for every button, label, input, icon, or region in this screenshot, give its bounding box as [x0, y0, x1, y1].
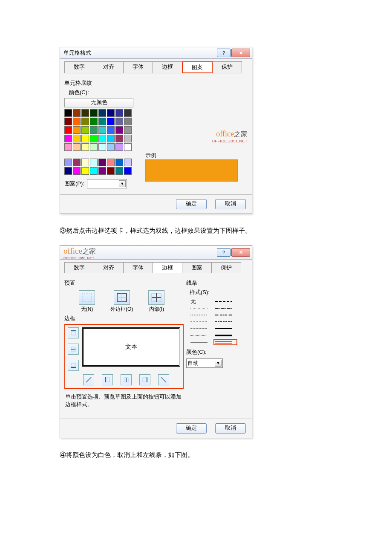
border-diag-up-button[interactable] [83, 374, 94, 385]
border-middle-v-button[interactable] [121, 374, 132, 385]
color-swatch[interactable] [107, 143, 115, 151]
close-button[interactable]: ✕ [231, 248, 250, 257]
color-swatch[interactable] [64, 118, 72, 125]
color-swatch[interactable] [73, 159, 81, 166]
color-swatch[interactable] [90, 159, 98, 166]
color-swatch[interactable] [81, 118, 89, 125]
color-swatch[interactable] [64, 159, 72, 166]
color-swatch[interactable] [81, 159, 89, 166]
color-swatch[interactable] [90, 135, 98, 142]
color-swatch[interactable] [73, 118, 81, 125]
color-swatch[interactable] [90, 126, 98, 134]
color-swatch[interactable] [73, 135, 81, 142]
color-swatch[interactable] [81, 167, 89, 175]
tab-border[interactable]: 边框 [153, 61, 182, 73]
color-swatch[interactable] [98, 109, 106, 117]
style-label: 样式(S): [190, 289, 248, 296]
border-bottom-button[interactable] [68, 360, 79, 371]
color-swatch[interactable] [73, 167, 81, 175]
color-swatch[interactable] [124, 143, 132, 151]
color-swatch[interactable] [115, 143, 123, 151]
tab-pattern[interactable]: 图案 [182, 61, 213, 73]
color-swatch[interactable] [98, 135, 106, 142]
color-swatch[interactable] [107, 118, 115, 125]
color-swatch[interactable] [98, 118, 106, 125]
color-palette-main[interactable] [64, 109, 141, 151]
color-swatch[interactable] [107, 126, 115, 134]
color-swatch[interactable] [64, 135, 72, 142]
border-color-select[interactable]: 自动 ▼ [186, 358, 223, 368]
color-swatch[interactable] [107, 135, 115, 142]
color-swatch[interactable] [124, 109, 132, 117]
close-button[interactable]: ✕ [231, 49, 250, 57]
color-swatch[interactable] [98, 167, 106, 175]
color-swatch[interactable] [90, 118, 98, 125]
tab-alignment[interactable]: 对齐 [94, 61, 124, 73]
help-button[interactable]: ? [217, 49, 231, 57]
color-swatch[interactable] [115, 135, 123, 142]
line-style-double-selected[interactable] [213, 339, 237, 345]
no-color-button[interactable]: 无颜色 [64, 98, 133, 107]
color-swatch[interactable] [64, 126, 72, 134]
cancel-button[interactable]: 取消 [215, 423, 246, 434]
color-swatch[interactable] [115, 159, 123, 166]
color-swatch[interactable] [73, 109, 81, 117]
help-button[interactable]: ? [217, 248, 231, 257]
ok-button[interactable]: 确定 [176, 423, 207, 434]
tab-font[interactable]: 字体 [123, 61, 153, 73]
color-swatch[interactable] [81, 135, 89, 142]
color-swatch[interactable] [81, 126, 89, 134]
color-swatch[interactable] [124, 159, 132, 166]
border-top-button[interactable] [68, 327, 79, 338]
color-swatch[interactable] [73, 143, 81, 151]
pattern-select[interactable]: ▼ [87, 179, 127, 188]
svg-rect-0 [82, 293, 92, 302]
color-swatch[interactable] [90, 167, 98, 175]
color-swatch[interactable] [81, 109, 89, 117]
color-swatch[interactable] [124, 167, 132, 175]
color-swatch[interactable] [90, 143, 98, 151]
tab-number[interactable]: 数字 [64, 61, 94, 73]
color-swatch[interactable] [90, 109, 98, 117]
tab-alignment[interactable]: 对齐 [94, 262, 124, 273]
color-swatch[interactable] [115, 167, 123, 175]
color-swatch[interactable] [115, 109, 123, 117]
tab-protection[interactable]: 保护 [211, 262, 241, 273]
color-swatch[interactable] [98, 126, 106, 134]
color-swatch[interactable] [124, 118, 132, 125]
ok-button[interactable]: 确定 [176, 199, 207, 209]
tab-font[interactable]: 字体 [123, 262, 153, 273]
line-style-list[interactable]: 无 [190, 298, 237, 346]
color-swatch[interactable] [107, 109, 115, 117]
color-palette-extra[interactable] [64, 159, 141, 175]
color-swatch[interactable] [64, 109, 72, 117]
color-swatch[interactable] [64, 167, 72, 175]
color-swatch[interactable] [81, 143, 89, 151]
preset-none[interactable]: 无(N) [79, 290, 95, 313]
border-left-button[interactable] [102, 374, 113, 385]
preset-inside[interactable]: 内部(I) [148, 290, 164, 313]
line-label: 线条 [186, 279, 248, 287]
color-swatch[interactable] [98, 143, 106, 151]
color-swatch[interactable] [64, 143, 72, 151]
border-diag-down-button[interactable] [158, 374, 169, 385]
border-middle-h-button[interactable] [68, 344, 79, 355]
color-swatch[interactable] [98, 159, 106, 166]
color-swatch[interactable] [115, 118, 123, 125]
preset-label: 预置 [64, 279, 184, 287]
tab-number[interactable]: 数字 [64, 262, 94, 273]
color-swatch[interactable] [107, 159, 115, 166]
preset-outline[interactable]: 外边框(O) [110, 290, 133, 313]
svg-line-20 [161, 377, 166, 382]
instruction-step-3: ③然后点击边框选项卡，样式选为双线，边框效果设置为下图样子。 [60, 227, 332, 235]
color-swatch[interactable] [124, 135, 132, 142]
border-right-button[interactable] [139, 374, 150, 385]
color-swatch[interactable] [124, 126, 132, 134]
tab-border[interactable]: 边框 [153, 262, 182, 273]
color-swatch[interactable] [115, 126, 123, 134]
color-swatch[interactable] [107, 167, 115, 175]
tab-protection[interactable]: 保护 [212, 61, 242, 73]
tab-pattern[interactable]: 图案 [182, 262, 212, 273]
cancel-button[interactable]: 取消 [215, 199, 246, 209]
color-swatch[interactable] [73, 126, 81, 134]
